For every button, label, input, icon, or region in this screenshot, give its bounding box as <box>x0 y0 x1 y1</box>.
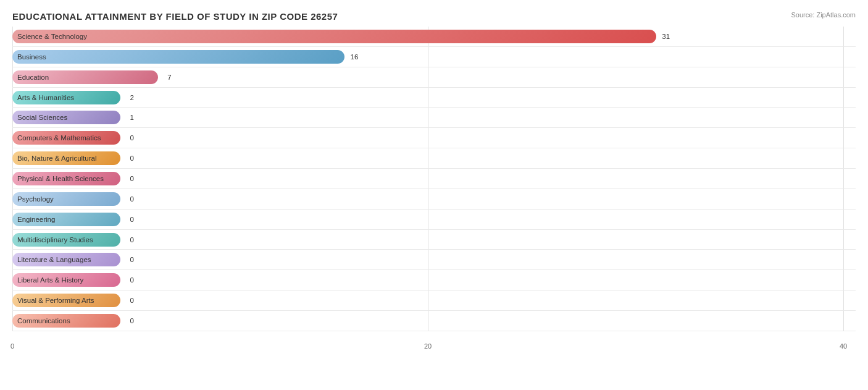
x-tick-label: 40 <box>840 342 847 350</box>
bar-value: 1 <box>130 114 134 121</box>
bar-label: Visual & Performing Arts <box>17 297 94 304</box>
bar-label: Bio, Nature & Agricultural <box>17 155 96 162</box>
bar-label: Communications <box>17 317 70 324</box>
bar-value: 0 <box>130 195 134 203</box>
bar-value: 31 <box>662 33 670 40</box>
bar-row: Education7 <box>12 67 856 88</box>
bar-label: Business <box>17 53 46 61</box>
bar-row: Literature & Languages0 <box>12 250 856 270</box>
bar-row: Communications0 <box>12 311 856 331</box>
bar-row: Arts & Humanities2 <box>12 88 856 108</box>
bar-row: Science & Technology31 <box>12 27 856 47</box>
bar-label: Science & Technology <box>17 33 87 40</box>
bar-label: Psychology <box>17 195 54 203</box>
bar-value: 0 <box>130 236 134 244</box>
bar-value: 0 <box>130 317 134 324</box>
chart-title: EDUCATIONAL ATTAINMENT BY FIELD OF STUDY… <box>12 11 856 22</box>
bar-row: Visual & Performing Arts0 <box>12 290 856 311</box>
bar-label: Literature & Languages <box>17 256 91 263</box>
bar-value: 0 <box>130 256 134 263</box>
bar-label: Physical & Health Sciences <box>17 175 104 182</box>
bar-value: 16 <box>351 53 359 61</box>
bar-row: Bio, Nature & Agricultural0 <box>12 148 856 169</box>
bar-value: 0 <box>130 134 134 142</box>
bar-label: Social Sciences <box>17 114 67 121</box>
bar-value: 0 <box>130 175 134 182</box>
bar-label: Liberal Arts & History <box>17 276 83 284</box>
bar-value: 2 <box>130 94 134 101</box>
x-axis-labels: 02040 <box>12 337 856 350</box>
bar-row: Business16 <box>12 47 856 67</box>
bar-label: Computers & Mathematics <box>17 134 101 142</box>
bar-row: Liberal Arts & History0 <box>12 270 856 290</box>
bar-value: 7 <box>167 74 171 81</box>
bar-label: Education <box>17 74 49 81</box>
x-tick-label: 0 <box>10 342 14 350</box>
x-tick-label: 20 <box>424 342 432 350</box>
bar-label: Arts & Humanities <box>17 94 74 101</box>
x-axis: 02040 <box>12 331 856 350</box>
chart-source: Source: ZipAtlas.com <box>791 11 856 19</box>
bar-label: Engineering <box>17 216 55 223</box>
chart-area: Science & Technology31Business16Educatio… <box>12 27 856 350</box>
bar-row: Social Sciences1 <box>12 108 856 128</box>
bar-value: 0 <box>130 216 134 223</box>
bar-value: 0 <box>130 297 134 304</box>
chart-container: EDUCATIONAL ATTAINMENT BY FIELD OF STUDY… <box>0 0 868 390</box>
bar-row: Engineering0 <box>12 210 856 230</box>
bar-value: 0 <box>130 276 134 284</box>
bar-row: Multidisciplinary Studies0 <box>12 230 856 250</box>
bar-row: Computers & Mathematics0 <box>12 128 856 148</box>
bars-section: Science & Technology31Business16Educatio… <box>12 27 856 331</box>
bar-row: Psychology0 <box>12 189 856 210</box>
bar-row: Physical & Health Sciences0 <box>12 169 856 189</box>
bar-label: Multidisciplinary Studies <box>17 236 93 244</box>
bar-value: 0 <box>130 155 134 162</box>
